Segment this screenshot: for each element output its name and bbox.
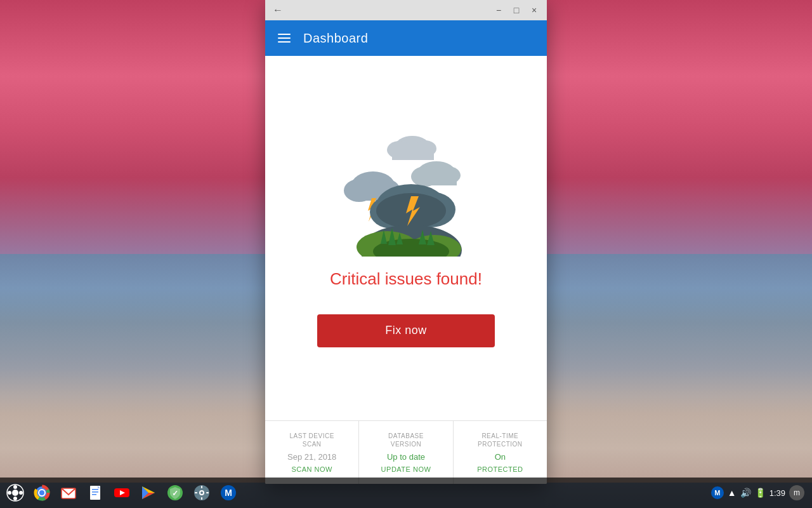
svg-point-28 bbox=[12, 490, 18, 496]
storm-illustration bbox=[336, 130, 476, 257]
svg-rect-59 bbox=[195, 492, 197, 493]
update-now-button[interactable]: UPDATE NOW bbox=[381, 465, 431, 473]
account-icon[interactable]: m bbox=[789, 485, 804, 500]
database-label: DATABASEVERSION bbox=[388, 432, 424, 448]
svg-point-30 bbox=[13, 497, 17, 500]
hamburger-line bbox=[278, 41, 291, 43]
svg-rect-58 bbox=[201, 497, 202, 500]
svg-rect-42 bbox=[92, 489, 98, 490]
svg-rect-57 bbox=[201, 486, 202, 488]
maximize-button[interactable]: □ bbox=[509, 3, 524, 18]
play-store-icon[interactable] bbox=[136, 480, 161, 505]
close-button[interactable]: × bbox=[527, 3, 542, 18]
youtube-icon[interactable] bbox=[109, 480, 134, 505]
app-header: Dashboard bbox=[265, 20, 547, 56]
window-controls: − □ × bbox=[491, 3, 542, 18]
hamburger-line bbox=[278, 34, 291, 35]
battery-icon: 🔋 bbox=[755, 488, 766, 498]
scan-now-button[interactable]: SCAN NOW bbox=[291, 465, 332, 473]
svg-text:M: M bbox=[225, 488, 232, 498]
network-icon: ▲ bbox=[728, 488, 737, 498]
main-content: Critical issues found! Fix now bbox=[265, 56, 547, 420]
title-bar: ← − □ × bbox=[265, 0, 547, 20]
back-button[interactable]: ← bbox=[270, 3, 285, 18]
critical-issues-title: Critical issues found! bbox=[330, 269, 482, 289]
taskbar: ✓ M bbox=[0, 478, 812, 508]
database-status: DATABASEVERSION Up to date UPDATE NOW bbox=[359, 421, 453, 484]
menu-button[interactable] bbox=[275, 31, 293, 45]
clock: 1:39 bbox=[769, 488, 785, 498]
realtime-value: On bbox=[495, 452, 506, 462]
security-app-icon[interactable]: ✓ bbox=[162, 480, 188, 505]
tray-malwarebytes[interactable]: M bbox=[711, 486, 724, 499]
docs-icon[interactable] bbox=[82, 480, 108, 505]
svg-rect-60 bbox=[206, 492, 209, 493]
launcher-button[interactable] bbox=[3, 480, 28, 505]
realtime-label: REAL-TIMEPROTECTION bbox=[478, 432, 523, 448]
svg-point-29 bbox=[13, 485, 17, 489]
svg-point-56 bbox=[200, 491, 203, 494]
malwarebytes-taskbar-icon[interactable]: M bbox=[216, 480, 241, 505]
settings-icon[interactable] bbox=[189, 480, 214, 505]
svg-rect-12 bbox=[420, 174, 457, 185]
svg-rect-44 bbox=[92, 494, 96, 495]
minimize-button[interactable]: − bbox=[491, 3, 506, 18]
svg-text:✓: ✓ bbox=[172, 489, 178, 498]
realtime-status: REAL-TIMEPROTECTION On PROTECTED bbox=[454, 421, 547, 484]
last-scan-status: LAST DEVICESCAN Sep 21, 2018 SCAN NOW bbox=[265, 421, 359, 484]
gmail-icon[interactable] bbox=[56, 480, 81, 505]
chrome-browser-icon[interactable] bbox=[29, 480, 55, 505]
back-icon: ← bbox=[273, 4, 283, 16]
app-window: ← − □ × Dashboard bbox=[265, 0, 547, 484]
database-value: Up to date bbox=[387, 452, 425, 462]
svg-point-38 bbox=[39, 490, 44, 495]
protected-status: PROTECTED bbox=[477, 465, 523, 473]
taskbar-left: ✓ M bbox=[3, 480, 241, 505]
status-bar: LAST DEVICESCAN Sep 21, 2018 SCAN NOW DA… bbox=[265, 420, 547, 484]
fix-now-button[interactable]: Fix now bbox=[317, 314, 495, 347]
system-tray: M ▲ 🔊 🔋 1:39 m bbox=[711, 485, 809, 500]
hamburger-line bbox=[278, 37, 291, 39]
svg-point-32 bbox=[19, 491, 23, 495]
last-scan-value: Sep 21, 2018 bbox=[287, 452, 336, 462]
svg-rect-3 bbox=[392, 149, 434, 160]
svg-point-31 bbox=[8, 491, 11, 495]
desktop: ← − □ × Dashboard bbox=[0, 0, 812, 508]
svg-rect-43 bbox=[92, 491, 98, 493]
volume-icon: 🔊 bbox=[740, 488, 751, 498]
last-scan-label: LAST DEVICESCAN bbox=[289, 432, 334, 448]
app-title: Dashboard bbox=[303, 31, 368, 46]
